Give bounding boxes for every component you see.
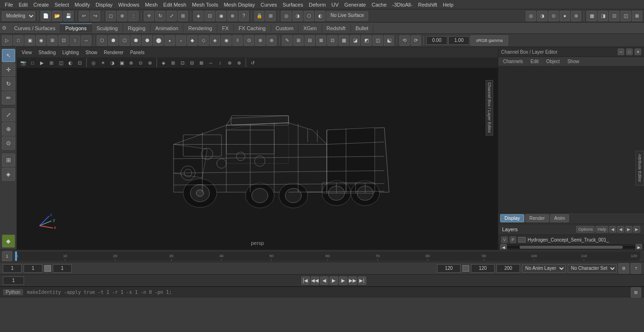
step-fwd-btn[interactable]: ▶▶ [348, 276, 357, 285]
panel-max-btn[interactable]: □ [626, 49, 633, 55]
vp-icon-d[interactable]: ⊠ [197, 58, 206, 67]
tool-a[interactable]: ✎ [282, 35, 292, 46]
frame-field1[interactable]: 1 [3, 264, 22, 273]
isolate-icon[interactable]: ◎ [89, 58, 98, 67]
paint-tool-btn[interactable]: ✏ [2, 91, 15, 105]
poly11[interactable]: ◈ [210, 35, 220, 46]
vp-icon3[interactable]: ▣ [25, 35, 35, 46]
vp-icon7[interactable]: ↕ [70, 35, 80, 46]
vp-menu-show[interactable]: Show [83, 49, 100, 56]
cb-tab-object[interactable]: Object [545, 58, 562, 65]
tool-d[interactable]: ⊠ [316, 35, 326, 46]
tool-k[interactable]: ⟲ [399, 35, 410, 46]
gamma-input[interactable]: 0.00 [426, 36, 447, 45]
layer-color-swatch[interactable] [518, 237, 526, 243]
exposure-input[interactable]: 1.00 [448, 36, 470, 45]
go-start-btn[interactable]: |◀ [301, 276, 310, 285]
vp-icon-b[interactable]: ⊡ [178, 58, 187, 67]
char-set-select[interactable]: No Character Set [568, 264, 617, 273]
snap-button[interactable]: ⋮ [128, 11, 139, 21]
select-tool-button[interactable]: ◻ [106, 11, 116, 21]
menu-3dtall[interactable]: -3DtoAll- [389, 1, 415, 8]
live-surface-button[interactable]: No Live Surface [326, 11, 368, 21]
render-btn2[interactable]: ◑ [292, 11, 303, 21]
poly13[interactable]: ◊ [232, 35, 243, 46]
go-end-btn[interactable]: ▶| [358, 276, 366, 285]
layer-end-btn[interactable]: ▶ [633, 226, 640, 233]
aa-icon[interactable]: ⊕ [127, 58, 135, 67]
poly16[interactable]: ⊕ [266, 35, 277, 46]
tab-render[interactable]: Render [525, 214, 549, 222]
layer-p-btn[interactable]: P [510, 236, 516, 243]
vp-menu-view[interactable]: View [19, 49, 35, 56]
tool-g[interactable]: ◪ [350, 35, 360, 46]
tab-display[interactable]: Display [500, 214, 524, 222]
frame-icon[interactable]: □ [28, 58, 37, 67]
tab-anim[interactable]: Anim [550, 214, 570, 222]
rs2[interactable]: ◑ [537, 11, 547, 21]
panel-min-btn[interactable]: ─ [618, 49, 624, 55]
scale-tool-btn[interactable]: ⤢ [2, 108, 15, 121]
tab-rendering[interactable]: Rendering [183, 24, 217, 32]
select-mode-btn[interactable]: ↖ [2, 49, 15, 62]
vp-icon-e[interactable]: ↔ [206, 58, 215, 67]
rotate-button[interactable]: ↻ [155, 11, 165, 21]
tool1[interactable]: ◈ [193, 11, 204, 21]
redo-button[interactable]: ↪ [90, 11, 100, 21]
tool4[interactable]: ⊗ [227, 11, 238, 21]
vp-icon6[interactable]: ⊡ [58, 35, 69, 46]
tool-h[interactable]: ◩ [361, 35, 372, 46]
tool-j[interactable]: ⬕ [384, 35, 394, 46]
cam-mode-icon[interactable]: ◈ [159, 58, 168, 67]
layer-v-btn[interactable]: V [501, 236, 508, 243]
poly7[interactable]: ⬥ [165, 35, 175, 46]
open-file-button[interactable]: 📂 [52, 11, 62, 21]
vp-icon4[interactable]: ◉ [36, 35, 46, 46]
menu-file[interactable]: File [2, 1, 16, 8]
channel-box-side-tab[interactable]: Channel Box / Layer Editor [486, 80, 493, 136]
tl-frame-start[interactable]: 1 [2, 251, 12, 261]
texture-icon[interactable]: ▣ [117, 58, 126, 67]
menu-generate[interactable]: Generate [341, 1, 369, 8]
tool-b[interactable]: ⊞ [293, 35, 304, 46]
vp-menu-panels[interactable]: Panels [127, 49, 148, 56]
prev-frame-btn[interactable]: ◀ [320, 276, 329, 285]
rs3[interactable]: ⊙ [548, 11, 559, 21]
rotate-tool-btn[interactable]: ↻ [2, 77, 15, 90]
play-btn[interactable]: ▶ [330, 276, 338, 285]
status-settings-btn[interactable]: ⊞ [631, 287, 641, 298]
render-btn3[interactable]: ⬡ [304, 11, 314, 21]
anim-layer-select[interactable]: No Anim Layer [522, 264, 566, 273]
char-set-options-btn[interactable]: ⚙ [619, 263, 629, 274]
tab-bullet[interactable]: Bullet [351, 24, 374, 32]
tab-rigging[interactable]: Rigging [123, 24, 150, 32]
lattice-btn[interactable]: ⊞ [2, 154, 15, 167]
tab-fx[interactable]: FX [217, 24, 234, 32]
tab-curves-surfaces[interactable]: Curves / Surfaces [9, 24, 60, 32]
poly10[interactable]: ◇ [198, 35, 209, 46]
layer-prev-btn[interactable]: ◀ [617, 226, 624, 233]
vp-icon-f[interactable]: ↕ [216, 58, 224, 67]
poly8[interactable]: ⬦ [176, 35, 186, 46]
obj-icon[interactable]: ⊡ [75, 58, 84, 67]
vp-icon2[interactable]: □ [13, 35, 24, 46]
render-btn1[interactable]: ◎ [281, 11, 291, 21]
poly15[interactable]: ⊗ [255, 35, 265, 46]
vp-icon-i[interactable]: ↺ [248, 58, 257, 67]
menu-help[interactable]: Help [440, 1, 456, 8]
universal-button[interactable]: ⊞ [178, 11, 188, 21]
poly14[interactable]: ⊙ [244, 35, 254, 46]
menu-edit[interactable]: Edit [16, 1, 31, 8]
color-space-btn[interactable]: sRGB gamma [471, 35, 508, 46]
layer-item[interactable]: V P Hydrogen_Concept_Semi_Truck_001_ [498, 235, 644, 245]
soft-select-btn[interactable]: ⊙ [2, 137, 15, 150]
vp-menu-shading[interactable]: Shading [36, 49, 59, 56]
move-button[interactable]: ✛ [144, 11, 154, 21]
next-frame-btn[interactable]: ▶ [339, 276, 347, 285]
vp-menu-renderer[interactable]: Renderer [101, 49, 126, 56]
snap-grid-button[interactable]: ⊞ [265, 11, 276, 21]
step-back-btn[interactable]: ◀◀ [311, 276, 319, 285]
layer-help-btn[interactable]: Help [595, 226, 608, 233]
rs8[interactable]: ⊡ [609, 11, 619, 21]
poly9[interactable]: ◆ [187, 35, 198, 46]
